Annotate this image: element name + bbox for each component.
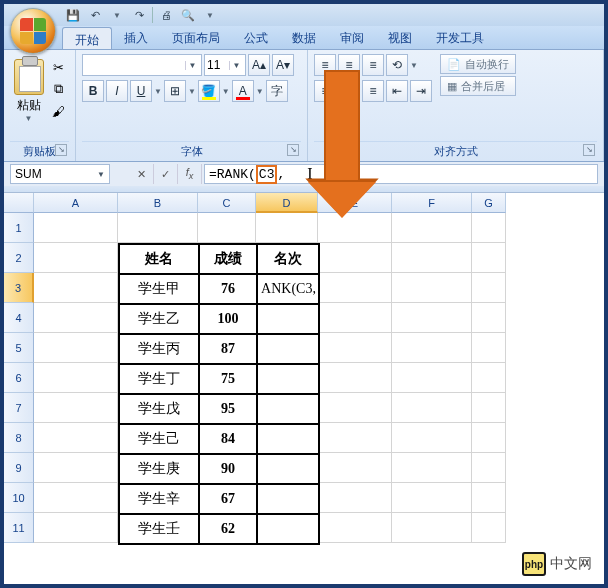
increase-indent-icon[interactable]: ⇥ [410,80,432,102]
tab-insert[interactable]: 插入 [112,26,160,49]
tab-view[interactable]: 视图 [376,26,424,49]
qat-customize-icon[interactable]: ▼ [201,6,219,24]
underline-button[interactable]: U [130,80,152,102]
font-family-combo[interactable]: ▼ [82,54,202,76]
cell[interactable] [392,363,472,393]
formula-input[interactable]: =RANK(C3, I [204,164,598,184]
wrap-text-button[interactable]: 📄自动换行 [440,54,516,74]
col-header-g[interactable]: G [472,193,506,213]
orientation-dropdown-icon[interactable]: ▼ [410,61,418,70]
row-header-6[interactable]: 6 [4,363,34,393]
font-size-combo[interactable]: 11▼ [204,54,246,76]
cut-icon[interactable]: ✂ [49,58,67,76]
cell[interactable] [118,213,198,243]
fill-color-button[interactable]: 🪣 [198,80,220,102]
tab-data[interactable]: 数据 [280,26,328,49]
italic-button[interactable]: I [106,80,128,102]
cell[interactable] [34,213,118,243]
cell[interactable] [472,243,506,273]
paste-dropdown-icon[interactable]: ▼ [11,114,46,123]
cell[interactable] [392,393,472,423]
tab-home[interactable]: 开始 [62,27,112,49]
merge-center-button[interactable]: ▦合并后居 [440,76,516,96]
col-header-b[interactable]: B [118,193,198,213]
cell[interactable] [392,453,472,483]
fx-icon[interactable]: fx [178,164,202,184]
cell[interactable] [472,423,506,453]
font-color-dropdown-icon[interactable]: ▼ [256,87,264,96]
spreadsheet[interactable]: A B C D E F G 1234567891011 姓名 成绩 名次 学生甲… [4,193,604,543]
redo-icon[interactable]: ↷ [130,6,148,24]
row-header-11[interactable]: 11 [4,513,34,543]
tab-developer[interactable]: 开发工具 [424,26,496,49]
chevron-down-icon[interactable]: ▼ [185,61,199,70]
cell[interactable] [318,303,392,333]
cell[interactable] [472,273,506,303]
copy-icon[interactable]: ⧉ [49,80,67,98]
format-painter-icon[interactable]: 🖌 [49,102,67,120]
cell[interactable] [34,303,118,333]
paste-button[interactable]: 粘贴 ▼ [10,54,47,126]
cell[interactable] [318,273,392,303]
alignment-launcher-icon[interactable]: ↘ [583,144,595,156]
orientation-icon[interactable]: ⟲ [386,54,408,76]
col-header-a[interactable]: A [34,193,118,213]
decrease-indent-icon[interactable]: ⇤ [386,80,408,102]
clipboard-launcher-icon[interactable]: ↘ [55,144,67,156]
col-header-f[interactable]: F [392,193,472,213]
cell[interactable] [472,213,506,243]
cell[interactable] [318,513,392,543]
cell-d3-formula[interactable]: ANK(C3, [257,274,319,304]
cell[interactable] [34,453,118,483]
border-dropdown-icon[interactable]: ▼ [188,87,196,96]
grow-font-icon[interactable]: A▴ [248,54,270,76]
undo-icon[interactable]: ↶ [86,6,104,24]
font-color-button[interactable]: A [232,80,254,102]
print-preview-icon[interactable]: 🔍 [179,6,197,24]
cell[interactable] [472,303,506,333]
cell[interactable] [318,333,392,363]
row-header-7[interactable]: 7 [4,393,34,423]
cell[interactable] [34,243,118,273]
phonetic-button[interactable]: 字 [266,80,288,102]
cell[interactable] [472,363,506,393]
cell[interactable] [472,333,506,363]
cell[interactable] [392,513,472,543]
cancel-formula-icon[interactable]: ✕ [130,164,154,184]
cell[interactable] [34,273,118,303]
tab-page-layout[interactable]: 页面布局 [160,26,232,49]
cell[interactable] [472,483,506,513]
shrink-font-icon[interactable]: A▾ [272,54,294,76]
cell[interactable] [34,363,118,393]
office-button[interactable] [10,8,56,54]
cell[interactable] [318,243,392,273]
select-all-corner[interactable] [4,193,34,213]
cell[interactable] [34,513,118,543]
cell[interactable] [392,333,472,363]
enter-formula-icon[interactable]: ✓ [154,164,178,184]
cell[interactable] [472,513,506,543]
print-icon[interactable]: 🖨 [157,6,175,24]
border-button[interactable]: ⊞ [164,80,186,102]
cell[interactable] [318,393,392,423]
row-header-8[interactable]: 8 [4,423,34,453]
font-launcher-icon[interactable]: ↘ [287,144,299,156]
bold-button[interactable]: B [82,80,104,102]
cell[interactable] [34,333,118,363]
undo-dropdown-icon[interactable]: ▼ [108,6,126,24]
row-header-3[interactable]: 3 [4,273,34,303]
chevron-down-icon[interactable]: ▼ [229,61,243,70]
cell[interactable] [318,453,392,483]
cell[interactable] [198,213,256,243]
cell[interactable] [392,483,472,513]
cell[interactable] [318,483,392,513]
cell[interactable] [392,303,472,333]
cell[interactable] [318,423,392,453]
cell[interactable] [34,483,118,513]
tab-formulas[interactable]: 公式 [232,26,280,49]
row-header-2[interactable]: 2 [4,243,34,273]
cell[interactable] [392,213,472,243]
cell[interactable] [318,363,392,393]
cell[interactable] [392,423,472,453]
row-header-5[interactable]: 5 [4,333,34,363]
